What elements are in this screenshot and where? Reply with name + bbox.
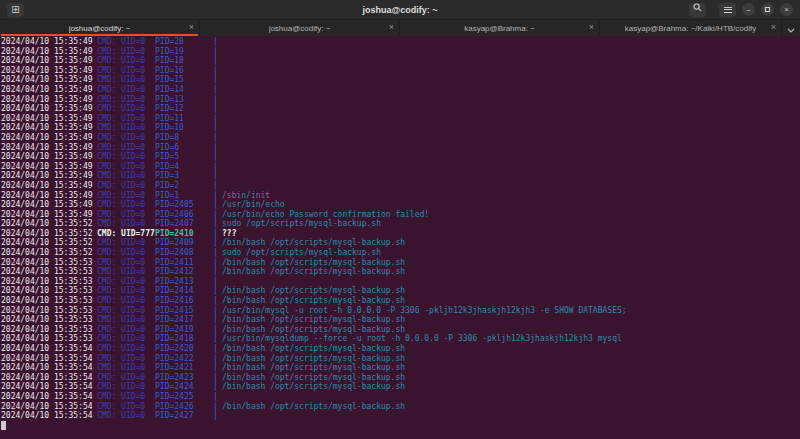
log-row: 2024/04/10 15:35:49CMD: UID=0PID=18| xyxy=(1,56,800,66)
log-row: 2024/04/10 15:35:54CMD: UID=0PID=2427| xyxy=(1,411,800,421)
tab-close-icon[interactable]: × xyxy=(389,22,394,33)
log-row: 2024/04/10 15:35:54CMD: UID=0PID=2422|/b… xyxy=(1,354,800,364)
search-icon xyxy=(693,3,702,16)
terminal-window: ⊞ joshua@codify: ~ – × joshua@codify: ~×… xyxy=(0,0,800,439)
tab-label: joshua@codify: ~ xyxy=(69,24,131,33)
log-row: 2024/04/10 15:35:49CMD: UID=0PID=20| xyxy=(1,37,800,47)
terminal-cursor xyxy=(1,421,6,430)
log-row: 2024/04/10 15:35:49CMD: UID=0PID=3| xyxy=(1,171,800,181)
log-row: 2024/04/10 15:35:49CMD: UID=0PID=10| xyxy=(1,123,800,133)
log-row: 2024/04/10 15:35:49CMD: UID=0PID=6| xyxy=(1,143,800,153)
log-row: 2024/04/10 15:35:53CMD: UID=0PID=2414|/b… xyxy=(1,286,800,296)
tab-close-icon[interactable]: × xyxy=(189,22,194,33)
log-row: 2024/04/10 15:35:52CMD: UID=0PID=2408|su… xyxy=(1,248,800,258)
log-row: 2024/04/10 15:35:49CMD: UID=0PID=4| xyxy=(1,162,800,172)
tab-overflow-button[interactable] xyxy=(782,20,800,36)
log-row: 2024/04/10 15:35:49CMD: UID=0PID=2| xyxy=(1,181,800,191)
log-row: 2024/04/10 15:35:53CMD: UID=0PID=2412|/b… xyxy=(1,267,800,277)
log-row: 2024/04/10 15:35:49CMD: UID=0PID=2405|/u… xyxy=(1,200,800,210)
log-row: 2024/04/10 15:35:49CMD: UID=0PID=15| xyxy=(1,75,800,85)
headerbar: ⊞ joshua@codify: ~ – × xyxy=(0,0,800,20)
log-row: 2024/04/10 15:35:53CMD: UID=0PID=2418|/u… xyxy=(1,334,800,344)
chevron-down-icon xyxy=(787,21,795,36)
log-row: 2024/04/10 15:35:49CMD: UID=0PID=19| xyxy=(1,47,800,57)
log-row: 2024/04/10 15:35:49CMD: UID=0PID=13| xyxy=(1,95,800,105)
tab-bar: joshua@codify: ~×joshua@codify: ~×kasyap… xyxy=(0,20,800,36)
log-row: 2024/04/10 15:35:49CMD: UID=0PID=5| xyxy=(1,152,800,162)
log-row: 2024/04/10 15:35:54CMD: UID=0PID=2423|/b… xyxy=(1,373,800,383)
log-row: 2024/04/10 15:35:49CMD: UID=0PID=8| xyxy=(1,133,800,143)
minimize-button[interactable]: – xyxy=(742,3,755,16)
tab-close-icon[interactable]: × xyxy=(589,22,594,33)
log-row: 2024/04/10 15:35:54CMD: UID=0PID=2425| xyxy=(1,392,800,402)
log-row: 2024/04/10 15:35:54CMD: UID=0PID=2421|/b… xyxy=(1,363,800,373)
log-row: 2024/04/10 15:35:53CMD: UID=0PID=2419|/b… xyxy=(1,325,800,335)
log-row: 2024/04/10 15:35:53CMD: UID=0PID=2415|/u… xyxy=(1,306,800,316)
close-button[interactable]: × xyxy=(780,3,793,16)
log-row: 2024/04/10 15:35:49CMD: UID=0PID=1|/sbin… xyxy=(1,191,800,201)
maximize-button[interactable] xyxy=(761,3,774,16)
log-row: 2024/04/10 15:35:53CMD: UID=0PID=2416|/b… xyxy=(1,296,800,306)
log-row: 2024/04/10 15:35:54CMD: UID=0PID=2424|/b… xyxy=(1,382,800,392)
log-row: 2024/04/10 15:35:53CMD: UID=0PID=2411|/b… xyxy=(1,258,800,268)
log-row: 2024/04/10 15:35:54CMD: UID=0PID=2420|/b… xyxy=(1,344,800,354)
tab-label: kasyap@Brahma: ~/Kalki/HTB/codify xyxy=(625,24,757,33)
tab-4[interactable]: kasyap@Brahma: ~/Kalki/HTB/codify× xyxy=(600,20,782,36)
tab-close-icon[interactable]: × xyxy=(771,22,776,33)
log-row: 2024/04/10 15:35:53CMD: UID=0PID=2417|/b… xyxy=(1,315,800,325)
tab-label: joshua@codify: ~ xyxy=(269,24,331,33)
log-row: 2024/04/10 15:35:52CMD: UID=0PID=2409|/b… xyxy=(1,238,800,248)
new-tab-button[interactable]: ⊞ xyxy=(7,3,24,17)
log-row: 2024/04/10 15:35:49CMD: UID=0PID=2406|/u… xyxy=(1,210,800,220)
log-row: 2024/04/10 15:35:52CMD: UID=0PID=2407|su… xyxy=(1,219,800,229)
log-row: 2024/04/10 15:35:49CMD: UID=0PID=11| xyxy=(1,114,800,124)
hamburger-menu-icon xyxy=(724,5,732,14)
log-row: 2024/04/10 15:35:53CMD: UID=0PID=2413| xyxy=(1,277,800,287)
menu-button[interactable] xyxy=(719,3,736,17)
terminal-viewport[interactable]: 2024/04/10 15:35:49CMD: UID=0PID=20|2024… xyxy=(0,36,800,439)
log-row: 2024/04/10 15:35:54CMD: UID=0PID=2426|/b… xyxy=(1,402,800,412)
tab-3[interactable]: kasyap@Brahma: ~× xyxy=(400,20,600,36)
log-row: 2024/04/10 15:35:49CMD: UID=0PID=14| xyxy=(1,85,800,95)
log-row: 2024/04/10 15:35:49CMD: UID=0PID=12| xyxy=(1,104,800,114)
log-row: 2024/04/10 15:35:49CMD: UID=0PID=16| xyxy=(1,66,800,76)
tab-2[interactable]: joshua@codify: ~× xyxy=(200,20,400,36)
tab-label: kasyap@Brahma: ~ xyxy=(464,24,535,33)
new-tab-icon: ⊞ xyxy=(11,3,19,16)
search-button[interactable] xyxy=(689,3,706,17)
maximize-icon xyxy=(765,7,770,12)
window-title: joshua@codify: ~ xyxy=(0,5,800,15)
tab-1[interactable]: joshua@codify: ~× xyxy=(0,20,200,36)
log-row: 2024/04/10 15:35:52CMD: UID=777PID=2410|… xyxy=(1,229,800,239)
